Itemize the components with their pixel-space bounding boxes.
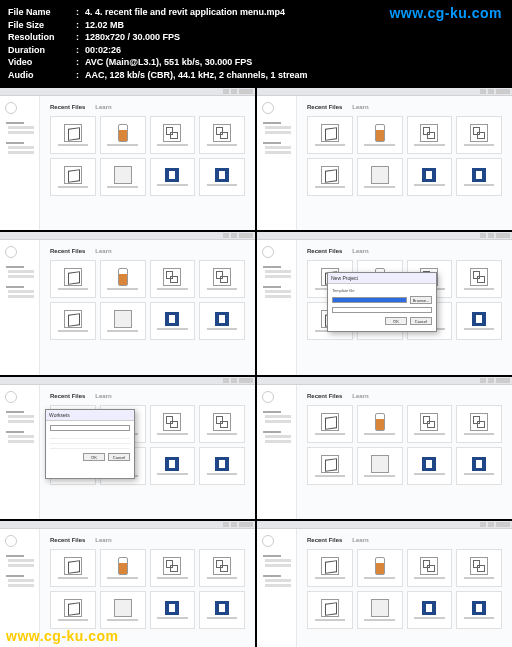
recent-file-thumb[interactable] xyxy=(456,302,502,340)
recent-file-thumb[interactable] xyxy=(407,158,453,196)
recent-file-thumb[interactable] xyxy=(150,302,196,340)
recent-file-thumb[interactable] xyxy=(100,116,146,154)
recent-file-thumb[interactable] xyxy=(150,116,196,154)
recent-file-thumb[interactable] xyxy=(100,260,146,298)
tab-recent-files[interactable]: Recent Files xyxy=(307,537,342,543)
home-tabs: Recent Files Learn xyxy=(50,104,245,110)
tab-recent-files[interactable]: Recent Files xyxy=(307,248,342,254)
recent-file-thumb[interactable] xyxy=(307,549,353,587)
tab-learn[interactable]: Learn xyxy=(95,104,111,110)
recent-file-thumb[interactable] xyxy=(50,158,96,196)
tab-learn[interactable]: Learn xyxy=(352,104,368,110)
recent-file-thumb[interactable] xyxy=(199,260,245,298)
recent-file-thumb[interactable] xyxy=(100,549,146,587)
project-icon xyxy=(64,310,82,328)
recent-file-thumb[interactable] xyxy=(50,591,96,629)
recent-file-thumb[interactable] xyxy=(100,302,146,340)
recent-file-thumb[interactable] xyxy=(307,405,353,443)
back-button-icon[interactable] xyxy=(5,535,17,547)
tab-recent-files[interactable]: Recent Files xyxy=(50,248,85,254)
back-button-icon[interactable] xyxy=(262,102,274,114)
separator: : xyxy=(76,19,79,32)
recent-file-thumb[interactable] xyxy=(199,405,245,443)
recent-file-thumb[interactable] xyxy=(199,158,245,196)
recent-file-thumb[interactable] xyxy=(199,302,245,340)
recent-file-thumb[interactable] xyxy=(357,549,403,587)
back-button-icon[interactable] xyxy=(262,535,274,547)
back-button-icon[interactable] xyxy=(262,246,274,258)
recent-file-thumb[interactable] xyxy=(50,260,96,298)
create-new-option[interactable] xyxy=(332,307,432,313)
recent-file-thumb[interactable] xyxy=(407,405,453,443)
recent-file-thumb[interactable] xyxy=(150,549,196,587)
recent-file-thumb[interactable] xyxy=(456,447,502,485)
recent-file-thumb[interactable] xyxy=(307,591,353,629)
tab-recent-files[interactable]: Recent Files xyxy=(50,537,85,543)
recent-file-thumb[interactable] xyxy=(199,549,245,587)
recent-file-thumb[interactable] xyxy=(357,405,403,443)
back-button-icon[interactable] xyxy=(262,391,274,403)
recent-file-thumb[interactable] xyxy=(150,591,196,629)
recent-file-thumb[interactable] xyxy=(407,447,453,485)
recent-file-thumb[interactable] xyxy=(100,591,146,629)
recent-file-thumb[interactable] xyxy=(456,158,502,196)
project-icon xyxy=(163,268,181,286)
tab-learn[interactable]: Learn xyxy=(352,537,368,543)
tab-recent-files[interactable]: Recent Files xyxy=(50,104,85,110)
recent-file-thumb[interactable] xyxy=(150,447,196,485)
project-icon xyxy=(118,268,128,286)
recent-file-thumb[interactable] xyxy=(357,116,403,154)
recent-file-thumb[interactable] xyxy=(199,591,245,629)
recent-file-thumb[interactable] xyxy=(150,260,196,298)
ok-button[interactable]: OK xyxy=(83,453,105,461)
ok-button[interactable]: OK xyxy=(385,317,407,325)
recent-file-thumb[interactable] xyxy=(407,116,453,154)
recent-file-thumb[interactable] xyxy=(150,158,196,196)
project-icon xyxy=(420,124,438,142)
tab-learn[interactable]: Learn xyxy=(352,248,368,254)
window-titlebar xyxy=(257,521,512,529)
metadata-label: Video xyxy=(8,56,76,69)
recent-file-thumb[interactable] xyxy=(456,405,502,443)
template-icon xyxy=(422,168,436,182)
recent-file-thumb[interactable] xyxy=(199,116,245,154)
tab-learn[interactable]: Learn xyxy=(95,248,111,254)
revit-sidebar xyxy=(257,529,297,647)
recent-file-thumb[interactable] xyxy=(357,591,403,629)
recent-file-thumb[interactable] xyxy=(307,116,353,154)
metadata-value-duration: 00:02:26 xyxy=(85,44,121,57)
recent-file-thumb[interactable] xyxy=(357,158,403,196)
recent-file-thumb[interactable] xyxy=(407,549,453,587)
recent-file-thumb[interactable] xyxy=(456,260,502,298)
recent-file-thumb[interactable] xyxy=(456,116,502,154)
recent-file-thumb[interactable] xyxy=(307,447,353,485)
recent-file-thumb[interactable] xyxy=(150,405,196,443)
recent-file-thumb[interactable] xyxy=(50,549,96,587)
window-titlebar xyxy=(257,232,512,240)
browse-button[interactable]: Browse... xyxy=(410,296,432,304)
recent-file-thumb[interactable] xyxy=(100,158,146,196)
back-button-icon[interactable] xyxy=(5,246,17,258)
recent-file-thumb[interactable] xyxy=(199,447,245,485)
cancel-button[interactable]: Cancel xyxy=(410,317,432,325)
recent-file-thumb[interactable] xyxy=(456,549,502,587)
recent-file-thumb[interactable] xyxy=(50,302,96,340)
recent-file-thumb[interactable] xyxy=(357,447,403,485)
recent-file-thumb[interactable] xyxy=(407,591,453,629)
tab-learn[interactable]: Learn xyxy=(95,393,111,399)
tab-learn[interactable]: Learn xyxy=(352,393,368,399)
tab-learn[interactable]: Learn xyxy=(95,537,111,543)
video-frame-5: Recent Files Learn Worksets xyxy=(0,377,255,520)
recent-file-thumb[interactable] xyxy=(50,116,96,154)
tab-recent-files[interactable]: Recent Files xyxy=(50,393,85,399)
cancel-button[interactable]: Cancel xyxy=(108,453,130,461)
recent-file-thumb[interactable] xyxy=(456,591,502,629)
back-button-icon[interactable] xyxy=(5,391,17,403)
list-item[interactable] xyxy=(50,444,130,449)
back-button-icon[interactable] xyxy=(5,102,17,114)
recent-file-thumb[interactable] xyxy=(307,158,353,196)
dialog-dropdown[interactable] xyxy=(50,425,130,431)
tab-recent-files[interactable]: Recent Files xyxy=(307,393,342,399)
tab-recent-files[interactable]: Recent Files xyxy=(307,104,342,110)
template-dropdown[interactable] xyxy=(332,297,407,303)
